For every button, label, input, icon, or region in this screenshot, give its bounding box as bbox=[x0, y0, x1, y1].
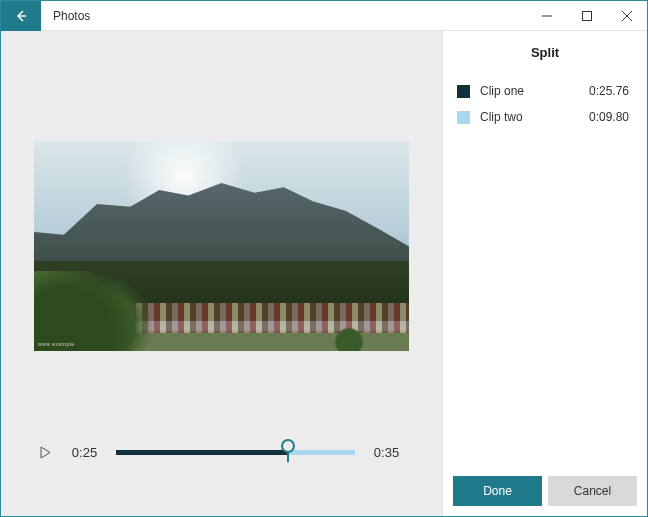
clip-one-segment bbox=[116, 450, 289, 455]
preview-area: www example bbox=[1, 31, 442, 406]
minimize-icon bbox=[542, 11, 552, 21]
split-handle[interactable] bbox=[281, 439, 295, 453]
clip-one-time: 0:25.76 bbox=[589, 84, 629, 98]
video-preview[interactable]: www example bbox=[34, 141, 409, 351]
playback-controls: 0:25 0:35 bbox=[1, 406, 442, 516]
clip-two-time: 0:09.80 bbox=[589, 110, 629, 124]
done-button[interactable]: Done bbox=[453, 476, 542, 506]
back-button[interactable] bbox=[1, 1, 41, 31]
app-title: Photos bbox=[53, 9, 90, 23]
app-body: www example 0:25 0:35 Split bbox=[1, 31, 647, 516]
panel-title: Split bbox=[443, 31, 647, 78]
main-pane: www example 0:25 0:35 bbox=[1, 31, 442, 516]
clip-row-two: Clip two 0:09.80 bbox=[443, 104, 647, 130]
cancel-button[interactable]: Cancel bbox=[548, 476, 637, 506]
split-handle-stem bbox=[287, 453, 289, 462]
clip-row-one: Clip one 0:25.76 bbox=[443, 78, 647, 104]
clip-two-label: Clip two bbox=[480, 110, 589, 124]
clip-two-segment bbox=[288, 450, 355, 455]
maximize-icon bbox=[582, 11, 592, 21]
split-track[interactable] bbox=[116, 442, 356, 462]
play-icon bbox=[40, 446, 51, 459]
play-button[interactable] bbox=[40, 445, 54, 459]
close-icon bbox=[622, 11, 632, 21]
panel-buttons: Done Cancel bbox=[443, 466, 647, 516]
app-window: Photos bbox=[0, 0, 648, 517]
clip-one-swatch bbox=[457, 85, 470, 98]
clip-two-swatch bbox=[457, 111, 470, 124]
titlebar: Photos bbox=[1, 1, 647, 31]
close-button[interactable] bbox=[607, 1, 647, 31]
clip-one-label: Clip one bbox=[480, 84, 589, 98]
current-time: 0:25 bbox=[68, 445, 102, 460]
svg-rect-1 bbox=[583, 11, 592, 20]
total-time: 0:35 bbox=[370, 445, 404, 460]
minimize-button[interactable] bbox=[527, 1, 567, 31]
side-panel: Split Clip one 0:25.76 Clip two 0:09.80 … bbox=[442, 31, 647, 516]
window-controls bbox=[527, 1, 647, 31]
back-arrow-icon bbox=[14, 9, 28, 23]
maximize-button[interactable] bbox=[567, 1, 607, 31]
